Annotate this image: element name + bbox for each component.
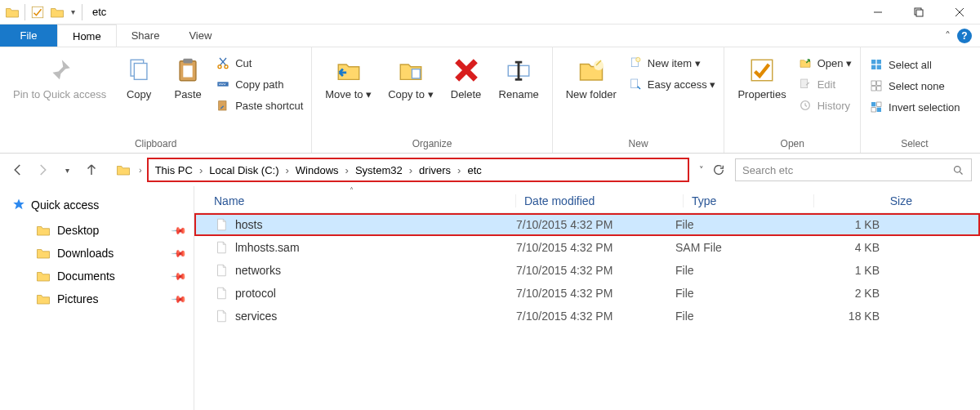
breadcrumb-segment[interactable]: Windows <box>292 164 342 176</box>
file-type: File <box>675 310 798 323</box>
copy-to-button[interactable]: Copy to ▾ <box>380 51 441 101</box>
breadcrumb-segment[interactable]: drivers <box>416 164 454 176</box>
edit-button[interactable]: Edit <box>795 75 855 93</box>
sidebar-item[interactable]: Desktop📌 <box>0 219 194 242</box>
address-dropdown-icon[interactable]: ˅ <box>699 165 704 176</box>
folder-icon <box>36 223 51 238</box>
rename-button[interactable]: Rename <box>491 51 547 101</box>
tab-home[interactable]: Home <box>57 25 117 47</box>
ribbon: Pin to Quick access Copy Paste Cut www C… <box>0 47 980 154</box>
forward-button[interactable] <box>33 160 52 180</box>
group-open: Properties Open ▾ Edit History Open <box>724 47 861 153</box>
sidebar-quick-access[interactable]: Quick access <box>0 194 194 219</box>
folder-icon <box>5 5 20 20</box>
history-button[interactable]: History <box>795 96 855 114</box>
paste-button[interactable]: Paste <box>163 51 212 101</box>
up-button[interactable] <box>82 160 101 180</box>
sidebar-item-label: Desktop <box>57 224 99 237</box>
recent-locations-button[interactable]: ▾ <box>57 160 77 180</box>
breadcrumb-segment[interactable]: etc <box>464 164 484 176</box>
column-name[interactable]: Name <box>214 194 516 207</box>
back-button[interactable] <box>8 160 28 180</box>
new-item-button[interactable]: New item ▾ <box>625 54 719 72</box>
file-name: services <box>235 310 516 323</box>
delete-icon <box>452 54 480 87</box>
breadcrumb-segment[interactable]: This PC <box>152 164 196 176</box>
easy-access-button[interactable]: Easy access ▾ <box>625 75 719 93</box>
chevron-right-icon[interactable]: › <box>284 164 291 176</box>
title-bar: ▾ etc <box>0 0 980 25</box>
sort-indicator-icon: ˄ <box>350 186 354 195</box>
file-row[interactable]: lmhosts.sam7/10/2015 4:32 PMSAM File4 KB <box>194 236 980 259</box>
file-row[interactable]: protocol7/10/2015 4:32 PMFile2 KB <box>194 282 980 305</box>
move-to-icon <box>335 54 363 87</box>
collapse-ribbon-icon[interactable]: ˄ <box>945 29 951 42</box>
sidebar-item[interactable]: Pictures📌 <box>0 287 194 310</box>
pin-icon: 📌 <box>171 245 188 262</box>
sidebar-item[interactable]: Documents📌 <box>0 265 194 287</box>
tab-share[interactable]: Share <box>117 25 175 47</box>
svg-rect-24 <box>871 65 875 69</box>
column-type[interactable]: Type <box>692 194 814 207</box>
svg-rect-22 <box>871 60 875 64</box>
cut-button[interactable]: Cut <box>212 54 306 72</box>
file-row[interactable]: hosts7/10/2015 4:32 PMFile1 KB <box>194 213 980 236</box>
properties-button[interactable]: Properties <box>729 51 794 101</box>
refresh-button[interactable] <box>712 163 725 176</box>
copy-path-button[interactable]: www Copy path <box>212 75 306 93</box>
new-item-icon <box>628 56 643 70</box>
file-size: 2 KB <box>798 287 888 300</box>
paste-shortcut-button[interactable]: Paste shortcut <box>212 96 306 114</box>
minimize-button[interactable] <box>858 0 898 25</box>
chevron-right-icon[interactable]: › <box>198 164 204 176</box>
maximize-button[interactable] <box>898 0 939 25</box>
move-to-button[interactable]: Move to ▾ <box>317 51 380 101</box>
breadcrumb-segment[interactable]: System32 <box>352 164 406 176</box>
file-icon <box>214 263 235 278</box>
chevron-right-icon[interactable]: › <box>408 164 414 176</box>
search-icon <box>952 164 964 176</box>
file-row[interactable]: networks7/10/2015 4:32 PMFile1 KB <box>194 259 980 282</box>
properties-qat-icon[interactable] <box>30 5 45 20</box>
sidebar-item-label: Pictures <box>57 292 99 305</box>
qat-dropdown-icon[interactable]: ▾ <box>69 7 77 16</box>
folder-icon[interactable] <box>50 5 65 20</box>
open-button[interactable]: Open ▾ <box>795 54 855 72</box>
invert-selection-button[interactable]: Invert selection <box>866 98 963 116</box>
breadcrumb-segment[interactable]: Local Disk (C:) <box>206 164 282 176</box>
folder-icon <box>36 292 51 306</box>
svg-point-8 <box>218 65 221 69</box>
tab-view[interactable]: View <box>174 25 226 47</box>
pin-to-quick-access-button[interactable]: Pin to Quick access <box>5 51 114 101</box>
svg-rect-2 <box>916 10 923 16</box>
select-none-button[interactable]: Select none <box>866 77 963 95</box>
svg-point-15 <box>594 60 604 70</box>
copy-button[interactable]: Copy <box>114 51 163 101</box>
group-label: Organize <box>317 136 546 153</box>
tab-file[interactable]: File <box>0 25 57 47</box>
file-date: 7/10/2015 4:32 PM <box>516 287 675 300</box>
file-row[interactable]: services7/10/2015 4:32 PMFile18 KB <box>194 305 980 328</box>
invert-selection-icon <box>869 100 884 114</box>
address-bar[interactable]: This PC›Local Disk (C:)›Windows›System32… <box>147 158 689 182</box>
window-title: etc <box>92 6 106 18</box>
file-name: hosts <box>235 218 516 231</box>
chevron-right-icon[interactable]: › <box>139 165 142 175</box>
search-placeholder: Search etc <box>742 164 793 176</box>
chevron-right-icon[interactable]: › <box>456 164 462 176</box>
help-icon[interactable]: ? <box>957 29 972 43</box>
select-all-button[interactable]: Select all <box>866 56 963 74</box>
new-folder-button[interactable]: New folder <box>558 51 625 101</box>
chevron-right-icon[interactable]: › <box>344 164 350 176</box>
delete-button[interactable]: Delete <box>442 51 491 101</box>
close-button[interactable] <box>939 0 980 25</box>
search-input[interactable]: Search etc <box>735 158 972 181</box>
column-date[interactable]: Date modified <box>524 194 684 207</box>
svg-text:www: www <box>219 82 226 86</box>
column-headers[interactable]: ˄ Name Date modified Type Size <box>194 191 980 213</box>
sidebar-item[interactable]: Downloads📌 <box>0 242 194 265</box>
file-list: ˄ Name Date modified Type Size hosts7/10… <box>194 186 980 410</box>
svg-rect-32 <box>871 108 875 112</box>
column-size[interactable]: Size <box>822 194 912 207</box>
group-new: New folder New item ▾ Easy access ▾ New <box>553 47 725 153</box>
